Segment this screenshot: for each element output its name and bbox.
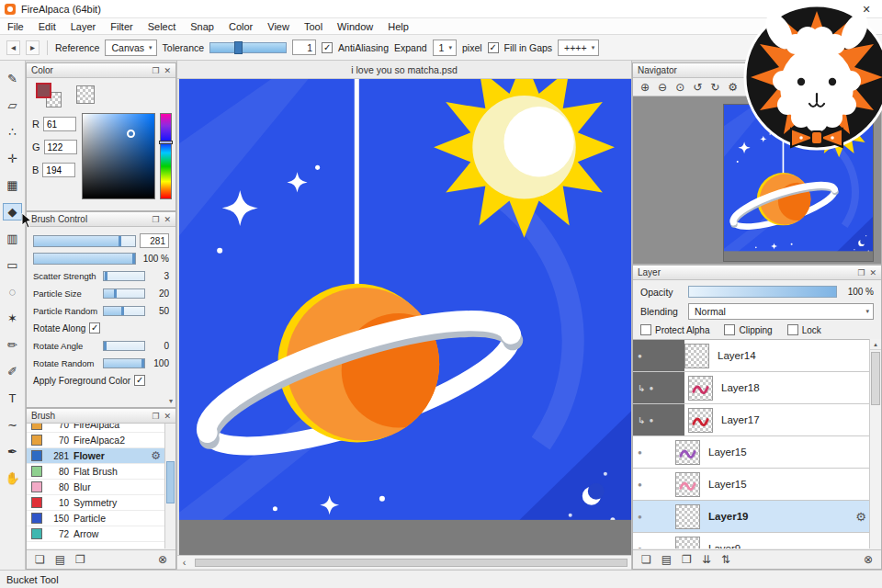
magic-wand-tool[interactable]: ✶ [3, 310, 22, 327]
merge-down-button[interactable]: ⇊ [702, 554, 711, 565]
menu-item[interactable]: Select [141, 18, 184, 34]
tolerance-slider-thumb[interactable] [234, 41, 243, 54]
expand-dropdown[interactable]: 1 ▾ [433, 40, 457, 56]
menu-item[interactable]: File [0, 18, 31, 34]
close-panel-icon[interactable]: ✕ [869, 268, 876, 277]
brush-item[interactable]: 281 Flower ⚙ [27, 448, 164, 464]
brush-item[interactable]: 80 Flat Brush [27, 464, 164, 480]
param-slider[interactable] [103, 306, 145, 316]
param-slider[interactable] [103, 358, 145, 368]
new-brush-button[interactable]: ❏ [35, 554, 45, 565]
brush-item[interactable]: 72 Arrow [27, 526, 164, 542]
menu-item[interactable]: Tool [297, 18, 330, 34]
settings-gear-icon[interactable]: ⚙ [728, 81, 738, 94]
sv-picker-marker[interactable] [127, 130, 135, 138]
param-slider[interactable] [103, 271, 145, 281]
layer-row[interactable]: ● Layer15 [633, 469, 881, 501]
clipping-checkbox[interactable] [724, 324, 735, 335]
collapse-right-button[interactable]: ▸ [26, 40, 40, 55]
rotate-along-checkbox[interactable]: ✓ [89, 322, 100, 334]
tolerance-value[interactable]: 1 [292, 40, 316, 55]
brush-size-value[interactable]: 281 [140, 233, 169, 248]
navigator-view[interactable] [633, 96, 881, 264]
navigator-thumbnail[interactable] [723, 104, 874, 262]
menu-item[interactable]: Snap [183, 18, 221, 34]
layer-visibility-icon[interactable]: ● [638, 352, 642, 360]
layer-thumbnail[interactable] [688, 408, 713, 433]
protect-alpha-checkbox[interactable] [640, 324, 651, 335]
close-panel-icon[interactable]: ✕ [164, 66, 171, 75]
delete-layer-button[interactable]: ⊗ [864, 554, 873, 565]
menu-item[interactable]: Edit [31, 18, 63, 34]
collapse-left-button[interactable]: ◂ [6, 40, 20, 55]
color-panel-header[interactable]: Color ❐ ✕ [27, 63, 175, 78]
green-value-input[interactable] [44, 140, 77, 154]
layer-visibility-icon[interactable]: ● [638, 481, 642, 489]
rotate-right-icon[interactable]: ↻ [710, 81, 719, 94]
pen-tool[interactable]: ✎ [3, 70, 22, 87]
brush-item[interactable]: 70 FireAlpaca2 [27, 433, 164, 448]
apply-foreground-color-checkbox[interactable]: ✓ [134, 375, 145, 386]
float-panel-icon[interactable]: ❐ [152, 215, 159, 224]
canvas-artwork[interactable] [179, 79, 631, 555]
close-panel-icon[interactable]: ✕ [869, 66, 876, 75]
select-tool[interactable]: ▭ [3, 256, 22, 274]
document-tab[interactable]: i love you so matcha.psd [177, 61, 631, 79]
param-slider[interactable] [103, 288, 145, 299]
scroll-up-icon[interactable]: ▴ [870, 339, 881, 350]
layer-thumbnail[interactable] [684, 344, 709, 368]
layer-row[interactable]: ● Layer14 [633, 340, 881, 372]
scrollbar-thumb[interactable] [195, 559, 628, 567]
menu-item[interactable]: Help [380, 18, 416, 34]
layer-thumbnail[interactable] [675, 440, 700, 465]
layer-row[interactable]: ↳ ● Layer18 [633, 372, 881, 404]
layer-thumbnail[interactable] [688, 376, 713, 401]
menu-item[interactable]: View [260, 18, 297, 34]
brush-settings-gear-icon[interactable]: ⚙ [151, 449, 161, 462]
fill-in-gaps-checkbox[interactable]: ✓ [488, 42, 499, 53]
menu-item[interactable]: Filter [103, 18, 140, 34]
eraser-tool[interactable]: ▱ [3, 96, 22, 114]
close-panel-icon[interactable]: ✕ [164, 412, 171, 421]
menu-item[interactable]: Window [330, 18, 380, 34]
menu-item[interactable]: Layer [63, 18, 104, 34]
layer-visibility-icon[interactable]: ● [638, 513, 642, 521]
brush-size-slider[interactable] [33, 235, 136, 247]
title-bar[interactable]: FireAlpaca (64bit) [0, 0, 882, 18]
gradient-tool[interactable]: ▥ [3, 230, 22, 247]
brush-control-header[interactable]: Brush Control ❐ ✕ [27, 212, 175, 227]
layer-panel-header[interactable]: Layer ❐ ✕ [633, 266, 881, 280]
reference-dropdown[interactable]: Canvas ▾ [105, 40, 156, 56]
brush-item[interactable]: 80 Blur [27, 480, 164, 495]
transfer-button[interactable]: ⇅ [721, 554, 730, 565]
layer-row[interactable]: ↳ ● Layer17 [633, 404, 881, 436]
blending-dropdown[interactable]: Normal ▾ [688, 303, 874, 320]
layer-visibility-icon[interactable]: ● [649, 384, 653, 392]
canvas-horizontal-scrollbar[interactable]: ‹ [177, 555, 631, 569]
brush-opacity-slider[interactable] [33, 253, 136, 265]
new-brush-folder-button[interactable]: ▤ [55, 554, 65, 565]
foreground-color-swatch[interactable] [36, 83, 51, 98]
close-window-button[interactable]: ✕ [858, 2, 875, 17]
brush-item[interactable]: 10 Symmetry [27, 495, 164, 511]
close-panel-icon[interactable]: ✕ [164, 215, 171, 224]
brush-item[interactable]: 70 FireAlpaca [27, 424, 164, 433]
hue-bar-marker[interactable] [159, 141, 173, 144]
duplicate-layer-button[interactable]: ❐ [682, 554, 692, 565]
brush-item[interactable]: 150 Particle [27, 511, 164, 526]
brush-list-scrollbar[interactable] [164, 424, 175, 548]
new-folder-button[interactable]: ▤ [662, 554, 672, 565]
layer-thumbnail[interactable] [675, 472, 700, 497]
brush-panel-header[interactable]: Brush ❐ ✕ [27, 409, 175, 424]
red-value-input[interactable] [43, 117, 76, 131]
transparent-color-swatch[interactable] [76, 85, 95, 104]
layer-opacity-slider[interactable] [688, 286, 837, 298]
scrollbar-thumb[interactable] [871, 352, 880, 405]
layer-settings-gear-icon[interactable]: ⚙ [855, 510, 866, 524]
antialiasing-checkbox[interactable]: ✓ [322, 42, 333, 53]
layer-row[interactable]: ● Layer19 ⚙ [633, 501, 881, 533]
shape-fill-tool[interactable]: ▦ [3, 176, 22, 194]
navigator-header[interactable]: Navigator ❐ ✕ [633, 63, 881, 78]
stroke-style-dropdown[interactable]: ++++ ▾ [558, 40, 599, 56]
layer-thumbnail[interactable] [675, 537, 700, 549]
